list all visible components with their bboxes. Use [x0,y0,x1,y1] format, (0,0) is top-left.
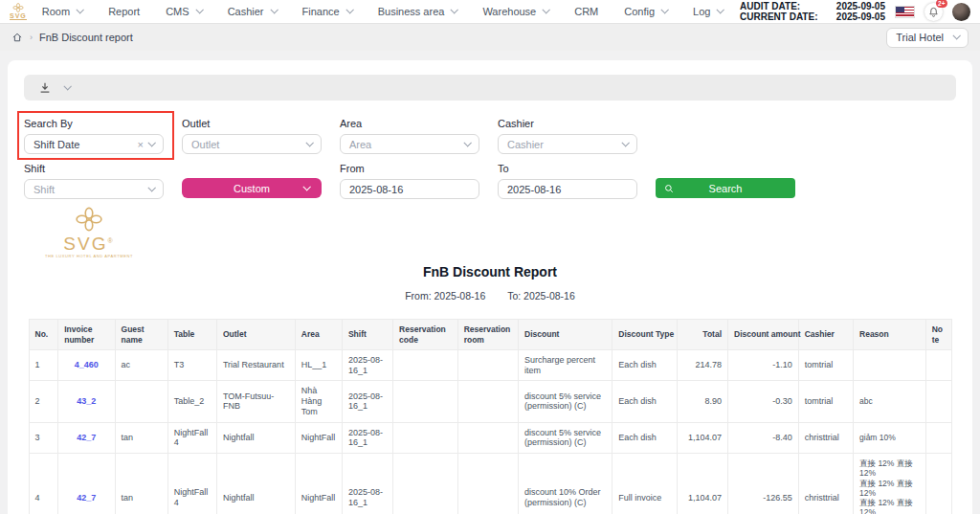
search-button[interactable]: Search [656,178,795,198]
cell: Nhà Hàng Tom [295,381,342,422]
column-header: Area [295,320,342,349]
audit-date-label: AUDIT DATE: [740,1,800,11]
breadcrumb-bar: › FnB Discount report Trial Hotel [0,24,980,51]
export-toolbar [24,75,956,101]
cell: discount 5% service (permission) (C) [519,381,612,422]
cell: discount 10% Order (permission) (C) [519,454,612,514]
table-row: 342_7tanNightFall 4NightfallNightFall202… [29,422,951,454]
app-logo[interactable]: SVG [10,3,27,20]
cell: ac [115,349,167,381]
column-header: Guest name [115,320,167,349]
hotel-selector[interactable]: Trial Hotel [886,28,969,48]
custom-range-label: Custom [234,183,270,194]
cell [393,349,458,381]
home-icon[interactable] [11,32,23,43]
report-from: From: 2025-08-16 [405,290,485,302]
breadcrumb-separator: › [30,33,33,42]
cell: Trial Restaurant [216,349,295,381]
chevron-down-icon [621,139,629,146]
notification-badge: 2+ [936,0,947,8]
nav-item-report[interactable]: Report [108,6,140,17]
chevron-down-icon [270,6,278,13]
nav-item-warehouse[interactable]: Warehouse [482,6,548,17]
to-date-input[interactable]: 2025-08-16 [498,179,637,199]
cell: 2 [29,381,58,422]
cell: 214.78 [677,349,727,381]
nav-item-label: Report [108,6,140,17]
cell [393,381,458,422]
invoice-link[interactable]: 43_2 [77,396,96,406]
nav-menu: RoomReportCMSCashierFinanceBusiness area… [42,6,724,17]
cell [457,381,518,422]
nav-item-room[interactable]: Room [42,6,82,17]
invoice-link[interactable]: 42_7 [77,493,96,503]
cell: christtrial [798,422,853,454]
invoice-cell: 4_460 [58,349,115,381]
table-row: 442_7tanNightFall 4NightfallNightFall202… [29,454,951,514]
column-header: Discount [519,320,612,349]
nav-item-label: Business area [378,6,445,17]
cell: 2025-08-16_1 [342,422,392,454]
column-header: Table [167,320,216,349]
search-by-label: Search By [24,118,164,129]
nav-item-cms[interactable]: CMS [166,6,201,17]
invoice-cell: 42_7 [58,422,115,454]
cashier-placeholder: Cashier [507,139,617,150]
cell: 2025-08-16_1 [342,349,392,381]
column-header: Note [925,320,951,349]
current-date-label: CURRENT DATE: [740,11,817,22]
cell [393,422,458,454]
invoice-link[interactable]: 4_460 [75,360,99,369]
cashier-label: Cashier [498,118,637,129]
export-options-chevron-icon[interactable] [63,82,71,90]
cell: NightFall 4 [167,454,216,514]
search-by-select[interactable]: Shift Date × [24,134,164,154]
outlet-select[interactable]: Outlet [182,134,322,154]
outlet-placeholder: Outlet [191,139,301,150]
cell: Each dish [612,381,678,422]
audit-date-value: 2025-09-05 [836,1,885,11]
nav-item-config[interactable]: Config [624,6,667,17]
search-icon [664,184,674,193]
area-select[interactable]: Area [340,134,479,154]
user-avatar[interactable] [952,3,970,21]
breadcrumb: › FnB Discount report [11,32,133,43]
nav-item-log[interactable]: Log [693,6,723,17]
cell [393,454,458,514]
invoice-cell: 42_7 [58,454,115,514]
table-row: 243_2Table_2TOM-Futsuu-FNBNhà Hàng Tom20… [29,381,951,422]
language-flag-us[interactable] [895,6,915,18]
cell: discount 5% service (permission) (C) [519,422,612,454]
cell: 1 [29,349,58,381]
clear-icon[interactable]: × [138,140,144,149]
custom-range-button[interactable]: Custom [182,178,322,198]
cell: tomtrial [798,381,853,422]
cell: Each dish [612,422,678,454]
cell [457,349,518,381]
nav-item-label: CRM [574,6,598,17]
cell: tomtrial [798,349,853,381]
nav-item-finance[interactable]: Finance [302,6,352,17]
chevron-down-icon [952,32,960,39]
shift-select[interactable]: Shift [24,179,164,199]
download-icon[interactable] [38,81,52,95]
from-date-input[interactable]: 2025-08-16 [340,179,479,199]
column-header: No. [29,320,58,349]
nav-item-label: Config [624,6,655,17]
invoice-link[interactable]: 42_7 [77,433,96,442]
shift-label: Shift [24,163,164,174]
cashier-field: Cashier Cashier [498,118,637,154]
cell: 直接 12% 直接 12% 直接 12% 直接 12% 直接 12% 直接 12… [854,454,926,514]
chevron-down-icon [195,6,203,13]
notifications-button[interactable]: 2+ [924,3,943,21]
nav-item-crm[interactable]: CRM [574,6,598,17]
area-label: Area [340,118,479,129]
area-placeholder: Area [349,139,459,150]
cashier-select[interactable]: Cashier [498,134,637,154]
nav-item-business-area[interactable]: Business area [378,6,457,17]
nav-item-cashier[interactable]: Cashier [228,6,277,17]
column-header: Discount Type [612,320,678,349]
chevron-down-icon [305,139,313,146]
to-label: To [498,163,637,174]
cell: Table_2 [167,381,216,422]
